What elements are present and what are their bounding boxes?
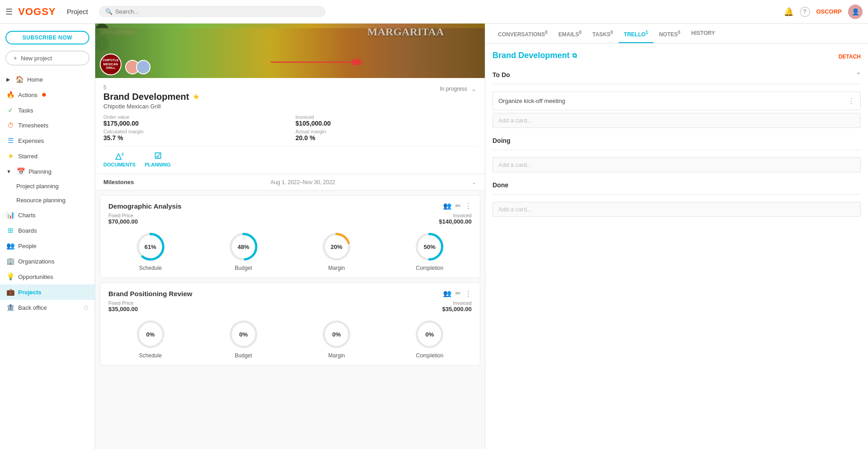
gauge-label: Completion (416, 265, 444, 271)
more-icon-0[interactable]: ⋮ (465, 202, 472, 210)
invoiced-value: $105,000.00 (296, 120, 477, 127)
plus-icon: ＋ (12, 54, 18, 62)
milestones-bar[interactable]: Milestones Aug 1, 2022–Nov 30, 2022 ⌄ (95, 174, 485, 190)
sidebar-item-timesheets[interactable]: ⏱ Timesheets (0, 118, 95, 133)
documents-button[interactable]: △2 DOCUMENTS (103, 151, 136, 167)
gauge-item: 0% Margin (320, 318, 353, 359)
trello-list-done-header[interactable]: Done (493, 180, 861, 190)
trello-list-todo: To Do ⌃ Organize kick-off meeting ⋮ Add … (493, 69, 861, 128)
add-card-doing[interactable]: Add a card... (493, 157, 861, 172)
planning-icon: ☑ (154, 151, 161, 161)
gauge-value: 61% (145, 244, 156, 250)
sidebar-item-boards[interactable]: ⊞ Boards (0, 223, 95, 238)
edit-icon-1[interactable]: ✏ (455, 289, 461, 298)
gauge-label: Schedule (139, 352, 162, 359)
fixed-price-1: Fixed Price $35,000.00 (108, 300, 138, 312)
fixed-price-0: Fixed Price $70,000.00 (108, 213, 138, 225)
milestones-label: Milestones (103, 179, 134, 185)
sidebar-item-people[interactable]: 👥 People (0, 238, 95, 254)
actual-margin-value: 20.0 % (296, 134, 477, 142)
trello-list-doing-header[interactable]: Doing (493, 135, 861, 146)
assign-icon-1[interactable]: 👥 (443, 289, 452, 298)
main-content: FOLLOWING MARGARITAA CHIPOTLEMEXICANGRIL… (95, 24, 868, 449)
service-card-actions-1: 👥 ✏ ⋮ (443, 289, 472, 298)
trello-detach-button[interactable]: DETACH (839, 54, 861, 60)
gauge-value: 50% (424, 244, 435, 250)
add-card-todo[interactable]: Add a card... (493, 113, 861, 128)
notification-icon[interactable]: 🔔 (784, 7, 794, 17)
sidebar-item-resource-planning[interactable]: Resource planning (0, 193, 95, 207)
more-icon-1[interactable]: ⋮ (465, 289, 472, 298)
sidebar-item-projects[interactable]: 💼 Projects (0, 284, 95, 300)
sidebar-item-tasks[interactable]: ✓ Tasks (0, 102, 95, 118)
planning-button[interactable]: ☑ PLANNING (145, 151, 171, 167)
projects-icon: 💼 (6, 288, 15, 296)
sidebar: SUBSCRIBE NOW ＋ New project ▶ 🏠 Home 🔥 A… (0, 24, 95, 449)
gauge-value: 48% (238, 244, 249, 250)
trello-header-row: Brand Development ⧉ DETACH (493, 51, 861, 62)
planning-icon: 📅 (17, 167, 25, 176)
home-icon: 🏠 (15, 75, 24, 83)
project-header-image: FOLLOWING MARGARITAA CHIPOTLEMEXICANGRIL… (95, 24, 485, 78)
organizations-icon: 🏢 (6, 257, 15, 265)
tab-history[interactable]: HISTORY (686, 24, 721, 43)
help-icon[interactable]: ? (800, 7, 810, 17)
service-card-actions-0: 👥 ✏ ⋮ (443, 202, 472, 210)
card-menu-icon-0[interactable]: ⋮ (848, 97, 855, 105)
sidebar-item-back-office[interactable]: 🏦 Back office ⬡ (0, 300, 95, 315)
service-card-title-1: Brand Positioning Review (108, 290, 192, 298)
sidebar-item-organizations[interactable]: 🏢 Organizations (0, 254, 95, 269)
sidebar-item-expenses[interactable]: ☰ Expenses (0, 133, 95, 148)
tab-trello[interactable]: TRELLO1 (619, 24, 654, 43)
search-bar: 🔍 (99, 6, 326, 17)
todo-collapse-icon: ⌃ (856, 72, 861, 78)
tab-conversations[interactable]: CONVERSATIONS0 (493, 24, 553, 43)
gauge-value: 0% (239, 331, 248, 338)
tab-tasks[interactable]: TASKS0 (587, 24, 618, 43)
star-icon[interactable]: ★ (193, 93, 199, 101)
tab-emails[interactable]: EMAILS0 (553, 24, 587, 43)
gauge-item: 50% Completion (413, 230, 446, 271)
invoiced-1: Invoiced $35,000.00 (442, 300, 472, 312)
service-card-title-0: Demographic Analysis (108, 202, 181, 210)
avatar[interactable]: 👤 (848, 5, 863, 19)
project-company: Chipotle Mexican Grill (103, 103, 199, 110)
service-card-header-1: Brand Positioning Review 👥 ✏ ⋮ (108, 289, 472, 298)
assign-icon-0[interactable]: 👥 (443, 202, 452, 210)
new-project-button[interactable]: ＋ New project (5, 51, 89, 65)
annotation-arrow (271, 55, 371, 69)
tab-notes[interactable]: NOTES0 (653, 24, 686, 43)
calc-margin-label: Calculated margin (103, 129, 285, 134)
add-card-done[interactable]: Add a card... (493, 202, 861, 217)
external-link-icon-trello[interactable]: ⧉ (572, 52, 577, 59)
search-input[interactable] (115, 8, 319, 15)
tasks-icon: ✓ (6, 106, 15, 114)
edit-icon-0[interactable]: ✏ (455, 202, 461, 210)
trello-card-0[interactable]: Organize kick-off meeting ⋮ (493, 92, 861, 110)
sidebar-item-starred[interactable]: ★ Starred (0, 148, 95, 164)
milestones-date: Aug 1, 2022–Nov 30, 2022 (270, 179, 335, 185)
sidebar-item-actions[interactable]: 🔥 Actions (0, 87, 95, 102)
back-office-icon: 🏦 (6, 303, 15, 312)
project-actions: △2 DOCUMENTS ☑ PLANNING (103, 146, 477, 167)
sidebar-item-home[interactable]: ▶ 🏠 Home (0, 72, 95, 87)
sidebar-item-opportunities[interactable]: 💡 Opportunities (0, 269, 95, 284)
subscribe-button[interactable]: SUBSCRIBE NOW (5, 31, 89, 44)
sidebar-item-planning[interactable]: ▼ 📅 Planning (0, 164, 95, 179)
sidebar-item-project-planning[interactable]: Project planning (0, 179, 95, 193)
hamburger-menu[interactable]: ☰ (5, 7, 13, 17)
project-panel: FOLLOWING MARGARITAA CHIPOTLEMEXICANGRIL… (95, 24, 485, 449)
external-link-icon: ⬡ (84, 305, 88, 311)
trello-tabs: CONVERSATIONS0 EMAILS0 TASKS0 TRELLO1 NO… (485, 24, 868, 44)
gauge-item: 0% Completion (413, 318, 446, 359)
sidebar-item-charts[interactable]: 📊 Charts (0, 207, 95, 223)
gauge-label: Margin (328, 265, 345, 271)
opportunities-icon: 💡 (6, 273, 15, 281)
collapse-icon: ▼ (6, 169, 11, 174)
charts-icon: 📊 (6, 211, 15, 219)
trello-list-todo-header[interactable]: To Do ⌃ (493, 69, 861, 80)
search-icon: 🔍 (105, 8, 112, 15)
gauge-value: 20% (331, 244, 342, 250)
project-collapse-icon[interactable]: ⌄ (471, 84, 477, 93)
gauge-item: 20% Margin (320, 230, 353, 271)
